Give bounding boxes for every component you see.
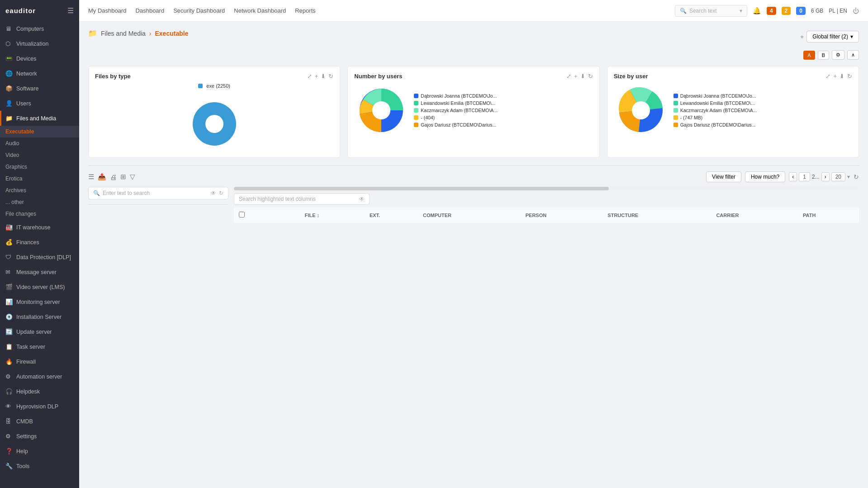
- sidebar-item-settings[interactable]: ⚙Settings: [0, 429, 79, 444]
- chart1-add-icon[interactable]: +: [315, 73, 318, 80]
- sidebar-item-update-server[interactable]: 🔄Update server: [0, 324, 79, 339]
- sidebar-item-help[interactable]: ❓Help: [0, 444, 79, 459]
- sidebar-item-automation-server[interactable]: ⚙Automation server: [0, 369, 79, 384]
- sidebar-item-files-and-media[interactable]: 📁Files and Media: [0, 111, 79, 126]
- sidebar-item-software[interactable]: 📦Software: [0, 81, 79, 96]
- devices-icon: 📟: [5, 55, 13, 62]
- sidebar-subitem-video[interactable]: Video: [0, 149, 79, 161]
- current-page[interactable]: 1: [799, 172, 810, 181]
- chart-collapse-button[interactable]: ∧: [847, 50, 859, 60]
- sidebar-item-monitoring-server[interactable]: 📊Monitoring server: [0, 294, 79, 309]
- view-filter-button[interactable]: View filter: [706, 171, 741, 182]
- nav-link-reports[interactable]: Reports: [295, 5, 316, 16]
- chart3-download-icon[interactable]: ⬇: [840, 73, 844, 80]
- sidebar-item-devices[interactable]: 📟Devices: [0, 51, 79, 66]
- badge-orange: 4: [767, 7, 776, 15]
- breadcrumb-separator: ›: [149, 30, 152, 37]
- how-much-button[interactable]: How much?: [745, 171, 785, 182]
- page-next-button[interactable]: ›: [821, 172, 830, 181]
- sidebar-subitem-archives[interactable]: Archives: [0, 185, 79, 196]
- sidebar-item-finances[interactable]: 💰Finances: [0, 235, 79, 250]
- notification-bell-icon[interactable]: 🔔: [753, 7, 761, 15]
- col-ext[interactable]: EXT.: [365, 208, 418, 223]
- chart1-refresh-icon[interactable]: ↻: [328, 73, 333, 80]
- chart3-expand-icon[interactable]: ⤢: [825, 73, 830, 80]
- toolbar-export-icon[interactable]: 📤: [98, 173, 106, 181]
- chart3-add-icon[interactable]: +: [833, 73, 837, 80]
- filter-eye-icon[interactable]: 👁: [211, 190, 216, 196]
- chart-settings-button[interactable]: ⚙: [832, 50, 844, 60]
- sidebar-item-users[interactable]: 👤Users: [0, 96, 79, 111]
- nav-link-dashboard[interactable]: Dashboard: [136, 5, 165, 16]
- col-person[interactable]: PERSON: [521, 208, 603, 223]
- col-path[interactable]: PATH: [798, 208, 859, 223]
- ab-toggle-b[interactable]: B: [818, 51, 829, 60]
- table-search-placeholder[interactable]: Search highlighted text columns: [239, 196, 356, 202]
- computers-icon: 🖥: [5, 25, 13, 32]
- global-filter-button[interactable]: Global filter (2) ▾: [806, 31, 859, 43]
- select-all-checkbox[interactable]: [239, 212, 245, 218]
- col-structure[interactable]: STRUCTURE: [603, 208, 711, 223]
- language-selector[interactable]: PL | EN: [829, 8, 847, 14]
- sidebar-item-it-warehouse[interactable]: 🏭IT warehouse: [0, 220, 79, 235]
- toolbar-list-icon[interactable]: ☰: [88, 173, 94, 181]
- sidebar-subitem-audio[interactable]: Audio: [0, 137, 79, 149]
- sidebar-item-network[interactable]: 🌐Network: [0, 66, 79, 81]
- tabs-row: [88, 165, 859, 166]
- chart2-download-icon[interactable]: ⬇: [580, 73, 585, 80]
- sidebar-subitem-graphics[interactable]: Graphics: [0, 161, 79, 173]
- toolbar-print-icon[interactable]: 🖨: [110, 173, 117, 181]
- col-computer[interactable]: COMPUTER: [418, 208, 521, 223]
- search-dropdown-icon[interactable]: ▾: [740, 8, 742, 14]
- filter-search-placeholder[interactable]: Enter text to search: [103, 190, 208, 196]
- chart1-expand-icon[interactable]: ⤢: [307, 73, 312, 80]
- toolbar-grid-icon[interactable]: ⊞: [120, 173, 126, 181]
- global-filter-add-icon[interactable]: +: [800, 33, 804, 40]
- hamburger-icon[interactable]: ☰: [67, 6, 74, 15]
- legend-item: - (747 MB): [674, 115, 757, 120]
- sidebar-item-video-server[interactable]: 🎬Video server (LMS): [0, 280, 79, 294]
- global-search[interactable]: 🔍 Search text ▾: [675, 5, 747, 17]
- per-page-select[interactable]: 20: [831, 172, 845, 181]
- table-search-eye-icon[interactable]: 👁: [359, 196, 365, 202]
- nav-link-network-dashboard[interactable]: Network Dashboard: [234, 5, 286, 16]
- page-next-label[interactable]: 2...: [812, 174, 820, 180]
- breadcrumb-section[interactable]: Files and Media: [101, 30, 146, 37]
- power-icon[interactable]: ⏻: [853, 7, 859, 14]
- table-refresh-icon[interactable]: ↻: [854, 173, 859, 180]
- nav-link-my-dashboard[interactable]: My Dashboard: [88, 5, 127, 16]
- sidebar-item-hyprovision-dlp[interactable]: 👁Hyprovision DLP: [0, 399, 79, 414]
- page-prev-button[interactable]: ‹: [789, 172, 797, 181]
- task-server-icon: 📋: [5, 343, 13, 350]
- chart3-refresh-icon[interactable]: ↻: [847, 73, 852, 80]
- sidebar-item-virtualization[interactable]: ⬡Virtualization: [0, 36, 79, 51]
- sidebar-item-cmdb[interactable]: 🗄CMDB: [0, 414, 79, 429]
- sidebar-item-installation-server[interactable]: 💿Installation Server: [0, 309, 79, 324]
- sidebar-subitem-erotica[interactable]: Erotica: [0, 173, 79, 185]
- col-carrier[interactable]: CARRIER: [711, 208, 798, 223]
- sidebar-item-data-protection[interactable]: 🛡Data Protection [DLP]: [0, 250, 79, 265]
- sidebar-subitem-other[interactable]: ... other: [0, 196, 79, 208]
- legend-item: - (404): [414, 115, 498, 120]
- col-file[interactable]: FILE ↕: [300, 208, 365, 223]
- per-page-dropdown-icon[interactable]: ▾: [847, 174, 850, 180]
- horizontal-scrollbar[interactable]: [234, 187, 859, 190]
- chart2-refresh-icon[interactable]: ↻: [588, 73, 593, 80]
- sidebar-item-computers[interactable]: 🖥Computers: [0, 21, 79, 36]
- sidebar-item-firewall[interactable]: 🔥Firewall: [0, 354, 79, 369]
- sidebar-subitem-executable[interactable]: Executable: [0, 126, 79, 137]
- filter-refresh-icon[interactable]: ↻: [219, 190, 223, 196]
- sidebar-item-tools[interactable]: 🔧Tools: [0, 459, 79, 474]
- sidebar-label-hyprovision-dlp: Hyprovision DLP: [16, 403, 58, 410]
- sidebar-item-helpdesk[interactable]: 🎧Helpdesk: [0, 384, 79, 399]
- chart2-add-icon[interactable]: +: [574, 73, 578, 80]
- sidebar-item-task-server[interactable]: 📋Task server: [0, 339, 79, 354]
- chart2-expand-icon[interactable]: ⤢: [566, 73, 571, 80]
- nav-link-security-dashboard[interactable]: Security Dashboard: [173, 5, 225, 16]
- ab-toggle-a[interactable]: A: [803, 51, 815, 60]
- chart1-download-icon[interactable]: ⬇: [321, 73, 326, 80]
- toolbar-filter-icon[interactable]: ▽: [130, 173, 135, 181]
- sidebar-subitem-file-changes[interactable]: File changes: [0, 208, 79, 220]
- sidebar-item-message-server[interactable]: ✉Message server: [0, 265, 79, 280]
- help-icon: ❓: [5, 448, 13, 455]
